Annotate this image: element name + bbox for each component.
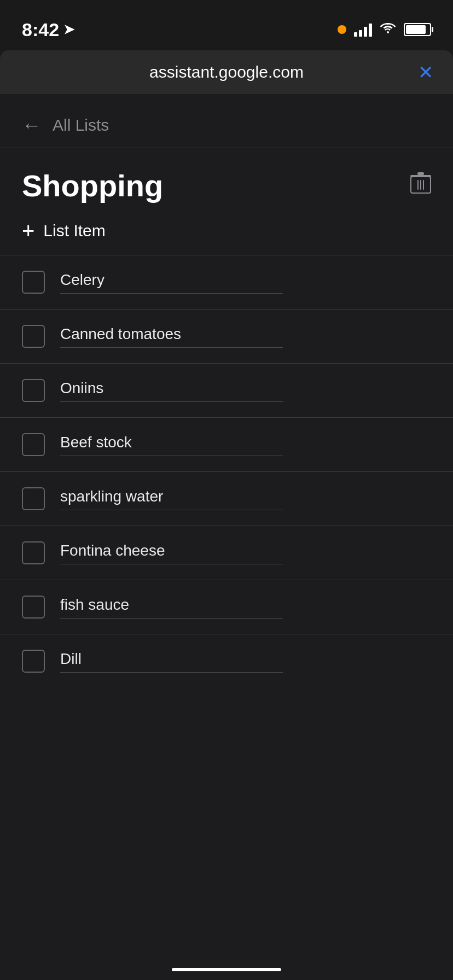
wifi-icon <box>380 21 396 38</box>
battery-icon <box>404 23 431 36</box>
list-item[interactable]: fish sauce <box>0 580 453 634</box>
item-checkbox-3[interactable] <box>22 379 45 402</box>
item-name-8: Dill <box>60 650 431 668</box>
location-icon: ➤ <box>63 22 74 37</box>
item-checkbox-8[interactable] <box>22 650 45 673</box>
svg-rect-5 <box>417 172 424 175</box>
item-checkbox-4[interactable] <box>22 433 45 456</box>
list-item[interactable]: sparkling water <box>0 472 453 526</box>
item-underline-1 <box>60 293 283 294</box>
browser-url: assistant.google.com <box>149 63 304 81</box>
item-underline-6 <box>60 564 283 564</box>
svg-rect-2 <box>420 180 421 190</box>
item-name-4: Beef stock <box>60 434 431 451</box>
time-display: 8:42 <box>22 19 59 40</box>
orange-dot-indicator <box>338 25 346 34</box>
item-name-6: Fontina cheese <box>60 542 431 559</box>
item-underline-5 <box>60 510 283 510</box>
list-item[interactable]: Canned tomatoes <box>0 310 453 364</box>
home-indicator <box>172 968 281 971</box>
item-name-3: Oniins <box>60 380 431 397</box>
item-underline-2 <box>60 347 283 348</box>
item-checkbox-6[interactable] <box>22 541 45 564</box>
plus-icon: + <box>22 220 34 242</box>
browser-bar: assistant.google.com ✕ <box>0 50 453 94</box>
browser-close-button[interactable]: ✕ <box>418 61 433 83</box>
status-time: 8:42 ➤ <box>22 19 74 40</box>
status-bar: 8:42 ➤ <box>0 0 453 48</box>
item-checkbox-7[interactable] <box>22 596 45 619</box>
item-name-1: Celery <box>60 271 431 289</box>
list-item[interactable]: Celery <box>0 255 453 310</box>
add-item-button[interactable]: + List Item <box>0 214 453 255</box>
item-underline-7 <box>60 618 283 619</box>
nav-bar: ← All Lists <box>0 94 453 148</box>
signal-strength-icon <box>354 22 372 37</box>
delete-list-button[interactable] <box>410 172 431 200</box>
item-underline-4 <box>60 456 283 456</box>
list-item[interactable]: Beef stock <box>0 418 453 472</box>
item-name-7: fish sauce <box>60 596 431 614</box>
list-item[interactable]: Oniins <box>0 364 453 418</box>
all-lists-label[interactable]: All Lists <box>53 116 109 135</box>
status-icons <box>338 21 431 38</box>
add-item-label: List Item <box>43 221 105 240</box>
item-checkbox-1[interactable] <box>22 271 45 294</box>
main-content: ← All Lists Shopping + List Item Celery <box>0 94 453 980</box>
item-name-2: Canned tomatoes <box>60 325 431 343</box>
list-item[interactable]: Fontina cheese <box>0 526 453 580</box>
list-item[interactable]: Dill <box>0 634 453 688</box>
svg-rect-1 <box>417 180 419 190</box>
shopping-list: Celery Canned tomatoes Oniins Beef stock <box>0 255 453 688</box>
item-name-5: sparkling water <box>60 488 431 505</box>
list-title: Shopping <box>22 168 163 203</box>
list-header: Shopping <box>0 148 453 214</box>
item-underline-3 <box>60 401 283 402</box>
svg-rect-3 <box>423 180 424 190</box>
svg-rect-4 <box>410 175 431 177</box>
item-checkbox-2[interactable] <box>22 325 45 348</box>
item-checkbox-5[interactable] <box>22 487 45 510</box>
back-button[interactable]: ← <box>22 114 42 137</box>
item-underline-8 <box>60 672 283 673</box>
